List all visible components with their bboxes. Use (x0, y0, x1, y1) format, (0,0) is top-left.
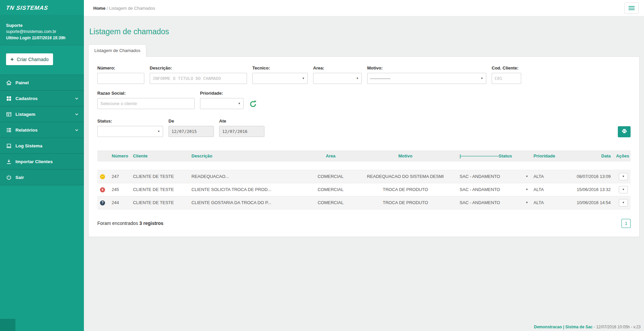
filter-descricao: Descrição: (150, 65, 247, 84)
sidebar-item-log-sistema[interactable]: Log Sistema (0, 138, 84, 154)
breadcrumb: Home / Listagem de Chamados (93, 6, 155, 11)
create-ticket-button[interactable]: + Criar Chamado (6, 53, 53, 65)
cell-motivo: TROCA DE PRODUTO (354, 183, 457, 196)
main-area: Home / Listagem de Chamados Listagem de … (84, 0, 644, 331)
grid-icon (6, 96, 12, 101)
prioridade-select[interactable]: ▼ (200, 98, 244, 109)
descricao-label: Descrição: (150, 65, 247, 70)
numero-input[interactable] (97, 73, 144, 84)
cod-cliente-input[interactable] (492, 73, 521, 84)
caret-down-icon: ▼ (481, 77, 483, 80)
cell-descricao: CLIENTE GOSTARIA DA TROCA DO P... (189, 196, 307, 209)
breadcrumb-separator: / (107, 6, 108, 11)
sidebar-item-cadastros[interactable]: Cadastros (0, 91, 84, 106)
cell-numero: 245 (109, 183, 131, 196)
filter-cod-cliente: Cod. Cliente: (492, 65, 521, 84)
filter-row-2: Razao Social: Prioridade: ▼ (97, 91, 631, 109)
sidebar-item-listagem[interactable]: Listagem (0, 106, 84, 122)
sidebar-item-importar-clientes[interactable]: Importar Clientes (0, 154, 84, 170)
cell-descricao: READEQUACAO... (189, 170, 307, 183)
prioridade-label: Prioridade: (200, 91, 244, 96)
create-ticket-section: + Criar Chamado (0, 45, 84, 75)
cod-cliente-label: Cod. Cliente: (492, 65, 521, 70)
ticket-status-icon: x (100, 187, 105, 192)
tecnico-label: Tecnico: (252, 65, 308, 70)
print-button[interactable] (618, 126, 631, 137)
download-icon (6, 159, 12, 164)
header-acoes: Ações (613, 150, 631, 161)
sidebar-item-label: Painel (15, 80, 79, 85)
breadcrumb-home-link[interactable]: Home (93, 6, 105, 11)
filter-area: Area: ▼ (313, 65, 362, 84)
listing-panel: Número: Descrição: Tecnico: ▼ Area: ▼ (88, 56, 640, 237)
descricao-input[interactable] (150, 73, 247, 84)
sidebar-item-painel[interactable]: Painel (0, 75, 84, 91)
numero-label: Número: (97, 65, 144, 70)
motivo-selected-value: -------------- (370, 76, 391, 81)
chevron-down-icon (75, 97, 79, 100)
date-to-label: Ate (219, 119, 264, 124)
user-panel: Suporte suporte@tnsistemas.com.br Ultimo… (0, 15, 84, 45)
topbar: Home / Listagem de Chamados (84, 0, 644, 16)
tab-listagem-de-chamados[interactable]: Listagem de Chamados (88, 44, 146, 57)
motivo-label: Motivo: (367, 65, 486, 70)
sidebar-item-label: Relatórios (15, 128, 71, 133)
cell-cliente: CLIENTE DE TESTE (130, 170, 189, 183)
table-row: − 247 CLIENTE DE TESTE READEQUACAO... CO… (97, 170, 631, 183)
sidebar-item-label: Importar Clientes (15, 159, 79, 164)
status-select[interactable]: ▼ (97, 126, 163, 137)
caret-down-icon: ▼ (526, 175, 528, 178)
sidebar-item-label: Cadastros (15, 96, 71, 101)
header-numero: Número (109, 150, 131, 161)
status-label: Status: (97, 119, 163, 124)
cell-motivo: TROCA DE PRODUTO (354, 196, 457, 209)
report-list-icon (6, 127, 12, 133)
row-actions-dropdown-button[interactable]: ▼ (619, 173, 628, 180)
motivo-select[interactable]: --------------▼ (367, 73, 486, 84)
date-from-label: De (168, 119, 214, 124)
date-to-input[interactable] (219, 126, 264, 137)
ticket-status-icon: − (100, 174, 105, 179)
caret-down-icon: ▼ (526, 201, 528, 204)
menu-toggle-button[interactable] (625, 2, 639, 14)
cell-data: 15/06/2016 13:32 (567, 183, 613, 196)
header-motivo: Motivo (354, 150, 457, 161)
row-actions-dropdown-button[interactable]: ▼ (619, 186, 628, 193)
cell-motivo: READEQUACAO DO SISTEMA DESMI (354, 170, 457, 183)
header-descricao: Descrição (189, 150, 307, 161)
area-label: Area: (313, 65, 362, 70)
caret-down-icon: ▼ (302, 77, 305, 80)
row-status-select[interactable]: SAC - ANDAMENTO▼ (460, 174, 528, 179)
area-select[interactable]: ▼ (313, 73, 362, 84)
row-status-select[interactable]: SAC - ANDAMENTO▼ (460, 200, 528, 205)
filter-row-3: Status: ▼ De Ate (97, 119, 631, 137)
sidebar-item-label: Listagem (15, 112, 71, 117)
results-summary: Foram encontrados 3 registros (97, 221, 163, 226)
ticket-status-icon: ? (100, 200, 105, 205)
caret-down-icon: ▼ (157, 130, 160, 133)
filter-tecnico: Tecnico: ▼ (252, 65, 308, 84)
sidebar-menu: Painel Cadastros Listagem (0, 75, 84, 185)
table-spacer-row (97, 161, 631, 170)
row-status-select[interactable]: SAC - ANDAMENTO▼ (460, 187, 528, 192)
refresh-button[interactable] (249, 100, 257, 108)
pagination-page-1[interactable]: 1 (622, 219, 631, 228)
table-row: x 245 CLIENTE DE TESTE CLIENTE SOLICITA … (97, 183, 631, 196)
header-status-icon (97, 150, 109, 161)
tecnico-select[interactable]: ▼ (252, 73, 308, 84)
footer-app-link[interactable]: Demonstracao | Sistma de Sac (534, 325, 593, 329)
sidebar-item-label: Sair (15, 175, 79, 180)
date-from-input[interactable] (168, 126, 214, 137)
cell-area: COMERCIAL (307, 196, 354, 209)
tab-bar: Listagem de Chamados (88, 44, 640, 56)
filter-date-from: De (168, 119, 214, 137)
row-actions-dropdown-button[interactable]: ▼ (619, 199, 628, 206)
caret-down-icon: ▼ (356, 77, 359, 80)
razao-social-input[interactable] (97, 98, 195, 109)
sidebar-collapse-strip[interactable] (0, 319, 15, 331)
table-header-row: Número Cliente Descrição Area Motivo |--… (97, 150, 631, 161)
sidebar-item-relatorios[interactable]: Relatórios (0, 122, 84, 138)
sidebar-item-sair[interactable]: Sair (0, 170, 84, 185)
table-row: ? 244 CLIENTE DE TESTE CLIENTE GOSTARIA … (97, 196, 631, 209)
hamburger-icon (629, 6, 635, 7)
